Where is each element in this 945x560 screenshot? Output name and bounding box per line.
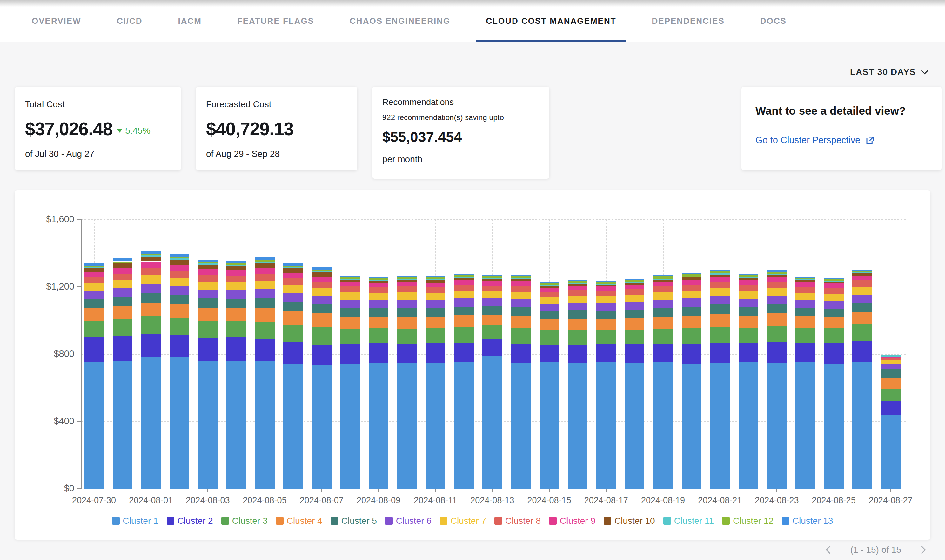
bar-segment-cluster-13 (710, 270, 730, 271)
legend-item-cluster-12[interactable]: Cluster 12 (722, 516, 774, 526)
bar-segment-cluster-9 (340, 282, 360, 286)
bar-segment-cluster-11 (312, 271, 331, 272)
legend-item-cluster-8[interactable]: Cluster 8 (494, 516, 541, 526)
bar-2024-07-30[interactable] (84, 263, 104, 489)
detail-view-title: Want to see a detailed view? (756, 105, 928, 117)
bar-segment-cluster-5 (255, 298, 275, 308)
bar-segment-cluster-11 (482, 278, 502, 279)
tab-overview[interactable]: OVERVIEW (32, 0, 81, 42)
bar-2024-08-05[interactable] (255, 257, 275, 489)
legend-item-cluster-4[interactable]: Cluster 4 (276, 516, 322, 526)
bar-2024-08-07[interactable] (312, 267, 331, 489)
bar-segment-cluster-13 (169, 254, 189, 257)
tab-ci-cd[interactable]: CI/CD (117, 0, 143, 42)
bar-2024-07-31[interactable] (113, 258, 132, 489)
legend-label: Cluster 3 (232, 516, 268, 526)
bar-segment-cluster-10 (113, 263, 132, 268)
bar-segment-cluster-3 (653, 329, 673, 345)
bar-segment-cluster-1 (84, 362, 104, 489)
legend-item-cluster-13[interactable]: Cluster 13 (782, 516, 833, 526)
bar-segment-cluster-1 (340, 364, 360, 489)
bar-2024-08-27[interactable] (881, 355, 900, 489)
bar-segment-cluster-6 (312, 296, 331, 305)
bar-2024-08-09[interactable] (369, 277, 388, 489)
bar-segment-cluster-5 (283, 302, 303, 311)
bar-2024-08-18[interactable] (625, 279, 644, 489)
bar-2024-08-23[interactable] (767, 271, 786, 489)
bar-segment-cluster-8 (739, 285, 758, 291)
bar-2024-08-06[interactable] (283, 263, 303, 489)
bar-segment-cluster-13 (454, 274, 474, 275)
legend-item-cluster-3[interactable]: Cluster 3 (221, 516, 268, 526)
bar-2024-08-24[interactable] (796, 277, 815, 489)
bar-segment-cluster-4 (653, 317, 673, 329)
bar-2024-08-25[interactable] (824, 278, 844, 489)
cost-chart-card: $0$400$800$1,200$1,6002024-07-302024-08-… (15, 191, 930, 540)
bar-2024-08-03[interactable] (198, 260, 217, 489)
bar-segment-cluster-8 (482, 286, 502, 291)
time-range-dropdown[interactable]: LAST 30 DAYS (850, 67, 927, 77)
tab-cloud-cost-management[interactable]: CLOUD COST MANAGEMENT (486, 0, 616, 42)
bar-2024-08-12[interactable] (454, 274, 474, 489)
legend-swatch (112, 517, 120, 525)
bar-segment-cluster-12 (710, 271, 730, 273)
bar-2024-08-20[interactable] (682, 273, 702, 489)
bar-segment-cluster-8 (653, 286, 673, 292)
bar-2024-08-13[interactable] (482, 275, 502, 489)
bar-segment-cluster-10 (568, 284, 588, 286)
tab-chaos-engineering[interactable]: CHAOS ENGINEERING (349, 0, 450, 42)
bar-2024-08-10[interactable] (397, 275, 417, 489)
bar-segment-cluster-9 (852, 275, 872, 281)
tab-dependencies[interactable]: DEPENDENCIES (652, 0, 725, 42)
pagination-prev-icon[interactable] (826, 546, 834, 554)
bar-2024-08-02[interactable] (169, 254, 189, 489)
legend-item-cluster-2[interactable]: Cluster 2 (167, 516, 213, 526)
bar-segment-cluster-3 (84, 321, 104, 337)
bar-2024-08-17[interactable] (596, 281, 616, 489)
bar-segment-cluster-6 (568, 303, 588, 311)
legend-item-cluster-11[interactable]: Cluster 11 (663, 516, 714, 526)
pagination-next-icon[interactable] (918, 546, 926, 554)
bar-segment-cluster-9 (454, 280, 474, 285)
bar-segment-cluster-7 (113, 280, 132, 288)
bar-2024-08-22[interactable] (739, 274, 758, 489)
bar-segment-cluster-10 (141, 257, 161, 262)
bar-2024-08-14[interactable] (511, 275, 531, 489)
legend-item-cluster-7[interactable]: Cluster 7 (440, 516, 486, 526)
legend-item-cluster-1[interactable]: Cluster 1 (112, 516, 159, 526)
tab-feature-flags[interactable]: FEATURE FLAGS (237, 0, 314, 42)
bar-2024-08-11[interactable] (425, 276, 445, 489)
bar-segment-cluster-1 (824, 364, 844, 489)
legend-item-cluster-5[interactable]: Cluster 5 (331, 516, 377, 526)
cluster-perspective-link[interactable]: Go to Cluster Perspective (756, 135, 875, 145)
bar-2024-08-19[interactable] (653, 275, 673, 489)
legend-item-cluster-6[interactable]: Cluster 6 (385, 516, 431, 526)
bar-2024-08-16[interactable] (568, 280, 588, 489)
bar-segment-cluster-12 (397, 277, 417, 278)
legend-item-cluster-10[interactable]: Cluster 10 (603, 516, 655, 526)
bar-segment-cluster-7 (739, 291, 758, 298)
bar-segment-cluster-13 (369, 277, 388, 278)
bar-segment-cluster-9 (881, 357, 900, 358)
bar-segment-cluster-12 (340, 277, 360, 278)
bar-2024-08-15[interactable] (540, 282, 559, 489)
legend-swatch (782, 517, 790, 525)
bar-segment-cluster-6 (625, 302, 644, 309)
bar-segment-cluster-6 (852, 295, 872, 303)
bar-2024-08-26[interactable] (852, 270, 872, 489)
bar-segment-cluster-12 (283, 266, 303, 267)
tab-iacm[interactable]: IACM (178, 0, 201, 42)
bar-2024-08-04[interactable] (226, 261, 246, 489)
bar-2024-08-21[interactable] (710, 270, 730, 489)
bar-2024-08-01[interactable] (141, 251, 161, 489)
bar-segment-cluster-11 (255, 262, 275, 263)
bar-segment-cluster-2 (397, 344, 417, 363)
stat-cards-row: Total Cost $37,026.485.45% of Jul 30 - A… (0, 87, 945, 182)
bar-segment-cluster-3 (540, 331, 559, 345)
recommendations-card: Recommendations 922 recommendation(s) sa… (372, 87, 549, 179)
bar-segment-cluster-7 (852, 287, 872, 295)
legend-item-cluster-9[interactable]: Cluster 9 (549, 516, 596, 526)
tab-docs[interactable]: DOCS (760, 0, 786, 42)
bar-segment-cluster-8 (169, 271, 189, 278)
bar-2024-08-08[interactable] (340, 275, 360, 489)
